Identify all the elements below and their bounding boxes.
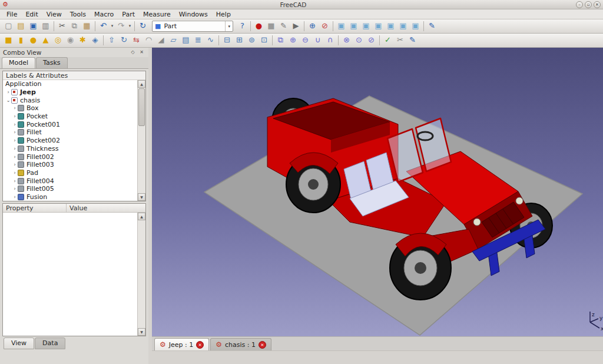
tree-item-pad[interactable]: ›Pad: [3, 169, 137, 177]
undo-dropdown-caret[interactable]: ▾: [110, 20, 115, 32]
fillet-icon[interactable]: ◠: [143, 34, 155, 47]
expand-arrow-icon[interactable]: ›: [12, 146, 18, 151]
tree-item-box[interactable]: ›Box: [3, 104, 137, 112]
close-document-icon[interactable]: ✕: [259, 341, 266, 349]
measure-distance-icon[interactable]: ✎: [426, 20, 438, 32]
workbench-selector[interactable]: ■ Part ▾: [152, 21, 233, 32]
expand-arrow-icon[interactable]: ›: [12, 122, 18, 127]
tree-item-fillet004[interactable]: ›Fillet004: [3, 177, 137, 185]
right-view-icon[interactable]: ▣: [372, 20, 385, 32]
mirror-icon[interactable]: ⇆: [130, 34, 143, 47]
undo-icon[interactable]: ↶: [97, 20, 110, 32]
compound-icon[interactable]: ⧉: [274, 34, 287, 47]
fit-all-icon[interactable]: ⊕: [306, 20, 319, 32]
boolean-intersection-icon[interactable]: ∩: [324, 34, 336, 47]
expand-arrow-icon[interactable]: ›: [12, 170, 18, 176]
chamfer-icon[interactable]: ◢: [155, 34, 167, 47]
menu-view[interactable]: View: [42, 10, 66, 19]
tree-item-pocket[interactable]: ›Pocket: [3, 112, 137, 121]
tab-view[interactable]: View: [4, 337, 34, 349]
save-icon[interactable]: ▣: [27, 20, 39, 32]
axonometric-view-icon[interactable]: ▣: [335, 20, 347, 32]
minimize-button[interactable]: –: [576, 1, 583, 8]
part-box-icon[interactable]: ■: [2, 34, 15, 47]
cut-icon[interactable]: ✂: [56, 20, 68, 32]
make-face-icon[interactable]: ▱: [167, 34, 180, 47]
rear-view-icon[interactable]: ▣: [385, 20, 397, 32]
tree-item-chasis[interactable]: ⌄chasis: [3, 96, 137, 104]
menu-macro[interactable]: Macro: [90, 10, 118, 19]
boolean-union-icon[interactable]: ∪: [312, 34, 324, 47]
left-view-icon[interactable]: ▣: [409, 20, 422, 32]
redo-icon[interactable]: ↷: [115, 20, 127, 32]
tree-item-thickness[interactable]: ›Thickness: [3, 145, 137, 153]
menu-file[interactable]: File: [2, 10, 21, 19]
cross-sections-icon[interactable]: ⊞: [233, 34, 246, 47]
copy-icon[interactable]: ⧉: [68, 20, 81, 32]
close-panel-button[interactable]: ✕: [138, 49, 145, 57]
whats-this-icon[interactable]: ?: [236, 20, 249, 32]
menu-windows[interactable]: Windows: [175, 10, 212, 19]
offset-icon[interactable]: ⊚: [246, 34, 258, 47]
tree-item-pocket002[interactable]: ›Pocket002: [3, 137, 137, 145]
tree-scrollbar[interactable]: ▲ ▼: [137, 80, 145, 201]
macro-record-icon[interactable]: ●: [253, 20, 265, 32]
bottom-view-icon[interactable]: ▣: [397, 20, 409, 32]
tree-item-fillet[interactable]: ›Fillet: [3, 128, 137, 137]
join-connect-icon[interactable]: ⊗: [340, 34, 353, 47]
expand-arrow-icon[interactable]: ›: [12, 178, 18, 184]
collapse-arrow-icon[interactable]: ⌄: [5, 98, 11, 103]
expand-arrow-icon[interactable]: ›: [12, 130, 18, 135]
property-scrollbar[interactable]: ▲ ▼: [137, 213, 145, 336]
scroll-thumb[interactable]: [138, 88, 145, 126]
property-column-property[interactable]: Property: [3, 204, 67, 212]
tree-item-fusion[interactable]: ›Fusion: [3, 193, 137, 201]
loft-icon[interactable]: ≣: [192, 34, 204, 47]
scroll-down-button[interactable]: ▼: [138, 328, 145, 336]
expand-arrow-icon[interactable]: ›: [12, 194, 18, 200]
tab-data[interactable]: Data: [35, 337, 65, 349]
tree-item-pocket001[interactable]: ›Pocket001: [3, 120, 137, 128]
shape-builder-icon[interactable]: ◈: [89, 34, 101, 47]
refresh-icon[interactable]: ↻: [137, 20, 149, 32]
document-tab-jeep-1[interactable]: ⚙Jeep : 1✕: [154, 338, 209, 350]
menu-tools[interactable]: Tools: [66, 10, 90, 19]
new-document-icon[interactable]: ▢: [2, 20, 15, 32]
tab-tasks[interactable]: Tasks: [36, 57, 67, 68]
scroll-up-button[interactable]: ▲: [138, 80, 145, 88]
tree-item-fillet005[interactable]: ›Fillet005: [3, 185, 137, 193]
tree-item-jeep[interactable]: ›Jeep: [3, 88, 137, 97]
section-icon[interactable]: ⊟: [221, 34, 233, 47]
part-torus-icon[interactable]: ◎: [52, 34, 64, 47]
boolean-cut-icon[interactable]: ⊖: [299, 34, 312, 47]
macro-execute-icon[interactable]: ▶: [290, 20, 302, 32]
ruled-surface-icon[interactable]: ▤: [180, 34, 192, 47]
menu-part[interactable]: Part: [118, 10, 139, 19]
sweep-icon[interactable]: ∿: [204, 34, 217, 47]
macro-stop-icon[interactable]: ■: [265, 20, 277, 32]
menu-help[interactable]: Help: [212, 10, 235, 19]
join-cutout-icon[interactable]: ⊘: [365, 34, 377, 47]
thickness-icon[interactable]: ⊡: [258, 34, 270, 47]
extrude-icon[interactable]: ⇧: [105, 34, 118, 47]
workbench-dropdown-caret[interactable]: ▾: [225, 21, 230, 31]
part-cylinder-icon[interactable]: ▮: [15, 34, 27, 47]
scroll-down-button[interactable]: ▼: [138, 193, 145, 201]
part-tube-icon[interactable]: ◉: [64, 34, 77, 47]
maximize-button[interactable]: ▫: [585, 1, 592, 8]
expand-arrow-icon[interactable]: ›: [12, 114, 18, 119]
expand-arrow-icon[interactable]: ›: [12, 105, 18, 111]
3d-viewport[interactable]: z y x: [152, 48, 603, 336]
expand-arrow-icon[interactable]: ›: [12, 162, 18, 167]
print-icon[interactable]: ▥: [39, 20, 52, 32]
redo-dropdown-caret[interactable]: ▾: [127, 20, 132, 32]
expand-arrow-icon[interactable]: ›: [5, 90, 11, 95]
draw-style-icon[interactable]: ⊘: [319, 20, 331, 32]
front-view-icon[interactable]: ▣: [347, 20, 360, 32]
boolean-icon[interactable]: ⊕: [287, 34, 299, 47]
part-primitives-icon[interactable]: ✱: [77, 34, 89, 47]
close-button[interactable]: ✕: [594, 1, 601, 8]
top-view-icon[interactable]: ▣: [360, 20, 372, 32]
scroll-up-button[interactable]: ▲: [138, 213, 145, 220]
open-document-icon[interactable]: ▤: [15, 20, 27, 32]
